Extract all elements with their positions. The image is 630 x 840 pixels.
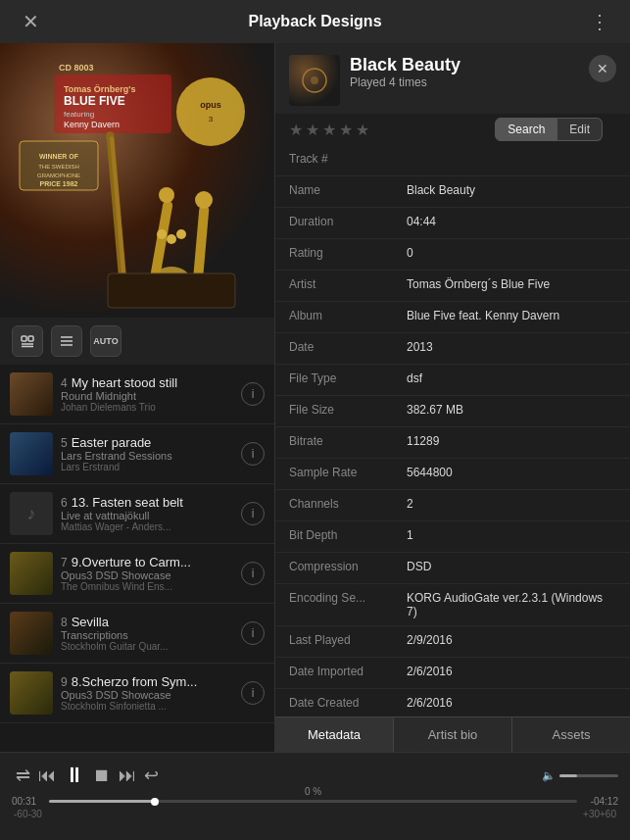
- meta-row: Compression DSD: [275, 553, 630, 584]
- svg-text:BLUE FIVE: BLUE FIVE: [64, 94, 125, 108]
- meta-label: Duration: [289, 215, 407, 228]
- album-art: CD 8003 Tomas Örnberg's BLUE FIVE featur…: [0, 43, 274, 318]
- edit-button[interactable]: Edit: [557, 118, 603, 141]
- volume-control[interactable]: 🔈: [542, 769, 618, 782]
- track-item[interactable]: 98.Scherzo from Sym... Opus3 DSD Showcas…: [0, 664, 274, 723]
- track-info-button[interactable]: i: [241, 681, 265, 705]
- now-playing-subtitle: Played 4 times: [350, 75, 579, 89]
- right-panel: Black Beauty Played 4 times ✕ ★ ★ ★ ★ ★ …: [274, 43, 630, 752]
- meta-label: Date Created: [289, 696, 407, 710]
- meta-label: Encoding Se...: [289, 591, 407, 605]
- svg-point-43: [311, 76, 318, 84]
- progress-bar[interactable]: [49, 800, 577, 803]
- track-item[interactable]: 79.Overture to Carm... Opus3 DSD Showcas…: [0, 544, 274, 604]
- svg-text:CD 8003: CD 8003: [59, 63, 94, 73]
- meta-value: 04:44: [407, 215, 616, 228]
- meta-label: File Size: [289, 403, 407, 417]
- track-item[interactable]: 8Sevilla Transcriptions Stockholm Guitar…: [0, 604, 274, 664]
- volume-slider[interactable]: [559, 774, 618, 777]
- offset-pos30: +30: [583, 809, 600, 819]
- track-thumbnail: [10, 552, 53, 595]
- meta-label: Last Played: [289, 633, 407, 647]
- track-artist: Opus3 DSD Showcase: [61, 569, 241, 581]
- track-album: Mattias Wager - Anders...: [61, 521, 241, 532]
- track-item[interactable]: ♪ 613. Fasten seat belt Live at vattnajö…: [0, 484, 274, 544]
- meta-value: Blue Five feat. Kenny Davern: [407, 309, 616, 322]
- star-3[interactable]: ★: [322, 121, 336, 139]
- track-info-button[interactable]: i: [241, 382, 265, 406]
- app-header: ✕ Playback Designs ⋮: [0, 0, 630, 43]
- star-1[interactable]: ★: [289, 121, 303, 139]
- stop-button[interactable]: ⏹: [89, 762, 115, 790]
- svg-text:♪: ♪: [27, 504, 36, 523]
- tab-assets[interactable]: Assets: [512, 717, 630, 752]
- star-rating[interactable]: ★ ★ ★ ★ ★: [289, 121, 369, 139]
- action-buttons: Search Edit: [495, 118, 603, 141]
- track-thumbnail: [10, 432, 53, 475]
- track-artist: Opus3 DSD Showcase: [61, 689, 241, 701]
- star-5[interactable]: ★: [356, 121, 369, 139]
- panel-close-button[interactable]: ✕: [589, 55, 616, 82]
- track-info-button[interactable]: i: [241, 442, 265, 466]
- prev-button[interactable]: ⏮: [34, 762, 60, 790]
- app-title: Playback Designs: [45, 13, 585, 30]
- shuffle-button[interactable]: ⇌: [12, 761, 34, 790]
- track-info: 4My heart stood still Round Midnight Joh…: [61, 375, 241, 413]
- track-info-button[interactable]: i: [241, 502, 265, 525]
- track-artist: Live at vattnajökull: [61, 510, 241, 521]
- meta-value: 0: [407, 246, 616, 260]
- track-info: 79.Overture to Carm... Opus3 DSD Showcas…: [61, 555, 241, 592]
- meta-row: Name Black Beauty: [275, 176, 630, 208]
- volume-icon: 🔈: [542, 769, 556, 782]
- star-4[interactable]: ★: [339, 121, 353, 139]
- pause-button[interactable]: ⏸: [60, 759, 89, 792]
- meta-label: Date: [289, 340, 407, 354]
- svg-text:3: 3: [209, 115, 214, 124]
- svg-point-26: [176, 229, 186, 239]
- now-playing-thumb: [289, 55, 340, 106]
- track-number: 6: [61, 496, 68, 510]
- meta-value: KORG AudioGate ver.2.3.1 (Windows 7): [407, 591, 616, 618]
- meta-value: 2013: [407, 340, 616, 354]
- now-playing-title: Black Beauty: [350, 55, 579, 75]
- queue-icon[interactable]: [12, 325, 43, 357]
- track-artist: Round Midnight: [61, 390, 241, 402]
- svg-text:opus: opus: [200, 100, 221, 110]
- track-title: 79.Overture to Carm...: [61, 555, 241, 569]
- meta-value: 2/6/2016: [407, 665, 616, 678]
- track-item[interactable]: 5Easter parade Lars Erstrand Sessions La…: [0, 424, 274, 484]
- svg-point-25: [167, 234, 176, 244]
- repeat-button[interactable]: ↩: [140, 761, 163, 790]
- star-2[interactable]: ★: [306, 121, 319, 139]
- track-info-button[interactable]: i: [241, 621, 265, 645]
- meta-row: Date Imported 2/6/2016: [275, 658, 630, 689]
- meta-label: Bitrate: [289, 434, 407, 448]
- progress-percent: 0 %: [305, 786, 321, 797]
- tab-artist-bio[interactable]: Artist bio: [394, 717, 512, 752]
- track-item[interactable]: 4My heart stood still Round Midnight Joh…: [0, 365, 274, 424]
- track-list: 4My heart stood still Round Midnight Joh…: [0, 365, 274, 752]
- menu-icon[interactable]: ⋮: [585, 10, 614, 33]
- offset-labels: -60 -30 +30 +60: [12, 809, 618, 819]
- track-album: Lars Erstrand: [61, 462, 241, 472]
- meta-value: 2/9/2016: [407, 633, 616, 647]
- track-info-button[interactable]: i: [241, 562, 265, 585]
- auto-icon[interactable]: AUTO: [90, 325, 121, 357]
- list-icon[interactable]: [51, 325, 82, 357]
- track-number: 9: [61, 675, 68, 689]
- svg-rect-39: [10, 612, 53, 655]
- close-icon[interactable]: ✕: [16, 10, 45, 33]
- track-thumbnail: [10, 612, 53, 655]
- meta-value: dsf: [407, 371, 616, 385]
- tab-metadata[interactable]: Metadata: [275, 717, 394, 752]
- search-button[interactable]: Search: [495, 118, 557, 141]
- next-button[interactable]: ⏭: [115, 762, 140, 790]
- now-playing-info: Black Beauty Played 4 times: [350, 55, 579, 89]
- svg-text:GRAMOPHONE: GRAMOPHONE: [37, 173, 80, 178]
- svg-text:featuring: featuring: [64, 110, 94, 119]
- meta-value: 5644800: [407, 466, 616, 479]
- meta-value: Tomas Örnberg´s Blue Five: [407, 277, 616, 291]
- svg-rect-28: [28, 336, 33, 341]
- track-album: Stockholm Sinfonietta ...: [61, 701, 241, 712]
- offset-pos60: +60: [600, 809, 616, 819]
